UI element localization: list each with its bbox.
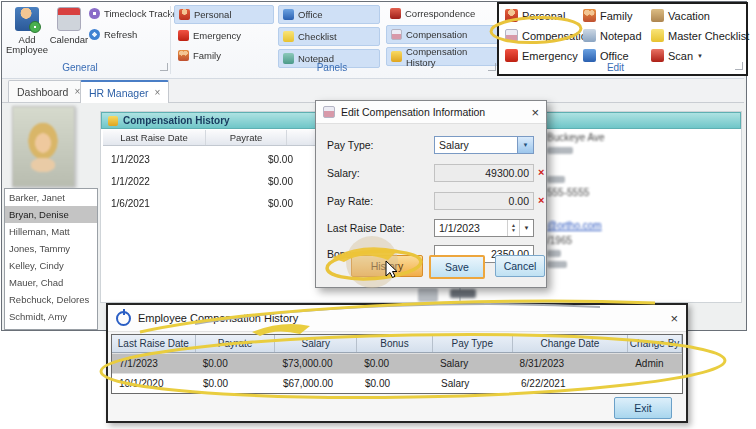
chevron-down-icon[interactable]: ▼ (519, 220, 533, 236)
list-item[interactable]: Hilleman, Matt (5, 223, 97, 240)
salary-field[interactable]: 49300.00 (434, 164, 534, 182)
history-button[interactable]: History (351, 255, 423, 277)
close-icon[interactable]: × (531, 106, 539, 119)
calendar-button[interactable]: Calendar (46, 7, 92, 45)
panel-item-checklist[interactable]: Checklist (278, 27, 380, 46)
salary-label: Salary: (327, 167, 360, 179)
panel-item-compensation-history[interactable]: Compensation History (386, 47, 498, 66)
tab-dashboard[interactable]: Dashboard × (8, 80, 89, 102)
edit-item-master-checklist[interactable]: Master Checklist (651, 29, 749, 42)
dialog-titlebar[interactable]: Edit Compensation Information × (316, 101, 546, 124)
tab-hr-manager[interactable]: HR Manager × (80, 80, 169, 103)
edit-item-vacation[interactable]: Vacation (651, 9, 749, 22)
personal-info-lines: Buckeye Ave 555-5555 @ortho.com /1965 (547, 132, 605, 272)
table-row-selected[interactable]: 7/1/2023 $0.00 $73,000.00 $0.00 Salary 8… (112, 353, 682, 373)
edit-item-emergency[interactable]: Emergency (505, 49, 593, 62)
compensation-history-dialog: Employee Compensation History × Last Rai… (106, 303, 688, 423)
power-icon (116, 311, 131, 326)
list-item-selected[interactable]: Bryan, Denise (5, 206, 97, 223)
correspondence-icon (390, 8, 401, 19)
save-button[interactable]: Save (429, 255, 485, 279)
office-icon (283, 9, 294, 20)
group-separator (170, 6, 171, 74)
edit-item-notepad[interactable]: Notepad (583, 29, 642, 42)
pay-type-combo[interactable]: Salary ▼ (434, 136, 534, 154)
panel-item-emergency[interactable]: Emergency (174, 27, 274, 44)
panel-item-correspondence[interactable]: Correspondence (386, 5, 498, 22)
compensation-icon (391, 29, 402, 40)
screenshot-stage: Add Employee Calendar Timeclock Tracker … (0, 0, 756, 429)
chevron-down-icon[interactable]: ▼ (517, 137, 533, 153)
calendar-icon (57, 7, 81, 31)
office-icon (583, 49, 596, 62)
last-raise-date-label: Last Raise Date: (327, 222, 405, 234)
edit-group-label: Edit (499, 62, 732, 73)
list-item[interactable]: Rebchuck, Delores (5, 291, 97, 308)
add-employee-icon (15, 7, 39, 31)
vacation-icon (651, 9, 664, 22)
compensation-icon (323, 106, 335, 118)
edit-group-callout: Personal Compensation Emergency Family N… (497, 2, 748, 76)
timeclock-tracker-button[interactable]: Timeclock Tracker (89, 5, 181, 21)
edit-item-family[interactable]: Family (583, 9, 642, 22)
tab-close-icon[interactable]: × (155, 87, 161, 98)
refresh-button[interactable]: Refresh (89, 26, 137, 42)
family-icon (178, 50, 189, 61)
last-raise-date-picker[interactable]: 1/1/2023 ▲▼ ▼ (434, 219, 534, 237)
scan-dropdown-arrow: ▼ (697, 53, 703, 59)
edit-compensation-dialog: Edit Compensation Information × Pay Type… (315, 100, 547, 288)
employee-list: Barker, Janet Bryan, Denise Hilleman, Ma… (4, 188, 98, 330)
pay-type-label: Pay Type: (327, 139, 374, 151)
dialog-title: Edit Compensation Information (341, 106, 485, 118)
panel-item-family[interactable]: Family (174, 47, 274, 64)
personal-icon (179, 9, 190, 20)
family-icon (583, 9, 596, 22)
edit-dialog-launcher[interactable] (735, 62, 743, 70)
list-item[interactable]: Mauer, Chad (5, 274, 97, 291)
general-group-label: General (42, 62, 118, 73)
edit-item-office[interactable]: Office (583, 49, 642, 62)
edit-item-compensation[interactable]: Compensation (505, 29, 593, 42)
scan-icon (651, 49, 664, 62)
checklist-icon (283, 31, 294, 42)
dialog-title: Employee Compensation History (138, 312, 298, 324)
panel-item-office[interactable]: Office (278, 5, 380, 24)
edit-item-personal[interactable]: Personal (505, 9, 593, 22)
pay-rate-label: Pay Rate: (327, 195, 373, 207)
list-item[interactable]: Schmidt, Amy (5, 308, 97, 325)
clear-salary-icon[interactable]: × (538, 166, 548, 178)
personal-icon (505, 9, 518, 22)
history-table: Last Raise Date Payrate Salary Bonus Pay… (111, 334, 683, 394)
edit-item-scan[interactable]: Scan ▼ (651, 49, 749, 62)
money-icon (108, 116, 118, 126)
panels-dialog-launcher[interactable] (488, 63, 496, 71)
general-dialog-launcher[interactable] (160, 63, 168, 71)
emergency-icon (505, 49, 518, 62)
table-row[interactable]: 10/1/2020 $0.00 $67,000.00 $0.00 Salary … (112, 373, 682, 393)
spinner-icons[interactable]: ▲▼ (507, 220, 519, 236)
compensation-icon (505, 29, 518, 42)
dialog-titlebar[interactable]: Employee Compensation History × (108, 305, 686, 332)
pay-rate-field[interactable]: 0.00 (434, 192, 534, 210)
background-artifact (418, 288, 438, 302)
email-link[interactable]: @ortho.com (547, 220, 605, 231)
exit-button[interactable]: Exit (614, 397, 672, 419)
cancel-button[interactable]: Cancel (495, 255, 545, 277)
compensation-history-icon (391, 51, 402, 62)
table-header-row: Last Raise Date Payrate Salary Bonus Pay… (112, 335, 682, 353)
list-item[interactable]: Kelley, Cindy (5, 257, 97, 274)
panel-item-personal[interactable]: Personal (174, 5, 274, 24)
list-item[interactable]: Jones, Tammy (5, 240, 97, 257)
panels-group-label: Panels (292, 62, 372, 73)
close-icon[interactable]: × (670, 312, 678, 325)
notepad-icon (583, 29, 596, 42)
clock-icon (89, 8, 100, 19)
add-employee-label: Add Employee (6, 34, 48, 55)
background-artifact (450, 289, 476, 298)
panel-item-compensation[interactable]: Compensation (386, 25, 498, 44)
calendar-label: Calendar (50, 34, 89, 45)
clear-pay-rate-icon[interactable]: × (538, 194, 548, 206)
emergency-icon (178, 30, 189, 41)
list-item[interactable]: Barker, Janet (5, 189, 97, 206)
add-employee-button[interactable]: Add Employee (4, 7, 50, 55)
